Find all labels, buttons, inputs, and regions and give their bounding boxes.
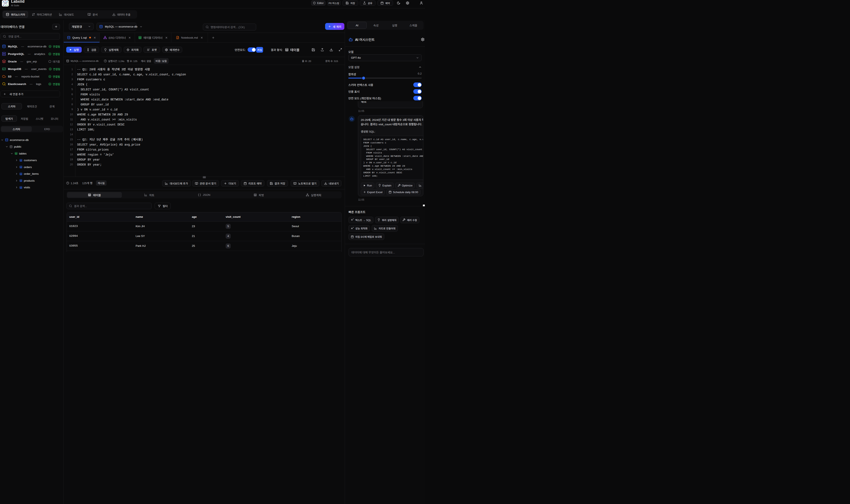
svg-text:LABXIID: LABXIID [3,2,7,3]
svg-text:AI SUITE: AI SUITE [4,3,6,4]
